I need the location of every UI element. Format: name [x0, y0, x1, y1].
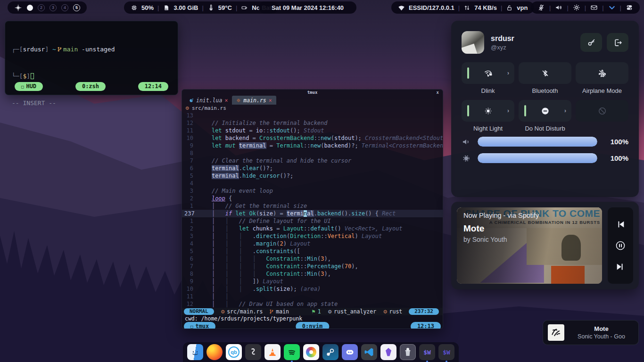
gear-icon[interactable]: [573, 4, 580, 11]
user-handle: @xyz: [491, 44, 514, 51]
chevron-right-icon[interactable]: ›: [507, 70, 509, 76]
code-line[interactable]: 7 │ │ │ │ Constraint::Percentage(70),: [182, 263, 443, 270]
code-line[interactable]: 6 │ │ │ │ Constraint::Min(3),: [182, 255, 443, 263]
shell-prompt-line2: └─[$]: [12, 72, 171, 81]
line-number: 4: [182, 180, 198, 187]
code-line[interactable]: 9 │ │ │ ]) Layout: [182, 278, 443, 285]
window-close-button[interactable]: x: [437, 90, 439, 96]
tmux-editor-window[interactable]: tmux x init.lua × main.rs × ⚙ src/main.r…: [182, 89, 443, 329]
code-line[interactable]: 8 │ │ │ │ Constraint::Min(3),: [182, 270, 443, 278]
line-number: 9: [182, 142, 198, 149]
code-line[interactable]: 2 loop {: [182, 195, 443, 202]
workspace-4[interactable]: 4: [61, 4, 68, 11]
next-track-button[interactable]: [614, 261, 627, 273]
code-line[interactable]: 6 terminal.clear()?;: [182, 165, 443, 172]
dock-obs[interactable]: [245, 344, 261, 362]
clock: Sat 09 Mar 2024 12:16:40: [259, 1, 356, 14]
dock-app-sw-2[interactable]: $W: [438, 344, 454, 362]
code-line[interactable]: 1 │ // Get the terminal size: [182, 202, 443, 210]
volume-slider[interactable]: [478, 137, 597, 147]
code-line[interactable]: 10 │ │ │ .split(size); (area): [182, 285, 443, 293]
tab-main-rs[interactable]: main.rs ×: [232, 96, 276, 105]
dock-qbittorrent[interactable]: qb: [226, 344, 242, 362]
tab-init-lua[interactable]: init.lua ×: [185, 96, 232, 105]
dock-app-sw-1[interactable]: $W: [419, 344, 435, 362]
code-line[interactable]: 3 │ │ │ .direction(Direction::Vertical) …: [182, 232, 443, 240]
tmux-window-nvim[interactable]: 0:nvim: [296, 322, 329, 329]
tmux-session-hud[interactable]: □HUD: [15, 82, 43, 91]
code-text: │ │ │ │ Constraint::Min(3),: [198, 270, 443, 278]
tile-do-not-disturb[interactable]: ›: [519, 100, 571, 122]
code-line[interactable]: 5 │ │ │ .constraints([: [182, 247, 443, 255]
tile-active-indicator: [524, 105, 526, 116]
chevron-right-icon[interactable]: ›: [507, 107, 509, 114]
code-line[interactable]: 10 let backend = CrosstermBackend::new(s…: [182, 134, 443, 142]
dock-trash[interactable]: [400, 344, 416, 362]
dock-photos[interactable]: [303, 344, 319, 362]
line-number: 12: [182, 119, 198, 127]
sun-icon: [484, 107, 493, 115]
trash-icon: [400, 344, 416, 360]
dock-obsidian[interactable]: [380, 344, 396, 362]
code-line[interactable]: 11 let stdout = io::stdout(); Stdout: [182, 127, 443, 134]
dock-spotify[interactable]: [284, 344, 300, 362]
dock-files[interactable]: [187, 344, 203, 362]
mic-muted-icon[interactable]: [537, 4, 545, 11]
chevron-down-icon[interactable]: [608, 4, 616, 11]
toggles-icon[interactable]: [626, 4, 633, 11]
launcher-star-icon[interactable]: [14, 4, 22, 12]
dock-vlc[interactable]: [264, 344, 281, 362]
code-text: │ // Get the terminal size: [198, 202, 443, 210]
tile-active-indicator: [467, 105, 469, 116]
tile-airplane-mode[interactable]: [576, 62, 628, 84]
code-line[interactable]: 12 │ │ // Draw UI based on app state: [182, 300, 443, 308]
code-line[interactable]: 1 │ │ // Define layout for the UI: [182, 217, 443, 225]
essid: ESSID/127.0.0.1: [409, 4, 454, 11]
wifi-lock-icon: [484, 69, 493, 78]
code-line[interactable]: 3 // Main event loop: [182, 187, 443, 195]
dock-vscode[interactable]: [361, 344, 377, 362]
workspace-1-active[interactable]: [27, 5, 33, 11]
code-line[interactable]: 4: [182, 180, 443, 187]
brightness-slider[interactable]: [478, 153, 597, 163]
git-branch-icon: [269, 309, 274, 314]
code-line[interactable]: 4 │ │ │ .margin(2) Layout: [182, 240, 443, 247]
pause-button[interactable]: [614, 239, 627, 252]
code-line[interactable]: 12 // Initialize the terminal backend: [182, 119, 443, 127]
code-editor[interactable]: 1312 // Initialize the terminal backend1…: [182, 112, 443, 308]
spotify-icon: [284, 344, 300, 360]
lock-key-button[interactable]: [580, 33, 602, 52]
code-line[interactable]: 13: [182, 112, 443, 119]
workspace-5[interactable]: 5: [73, 4, 80, 11]
code-line-current[interactable]: 237 │ if let Ok(size) = terminal.backend…: [182, 210, 443, 217]
album-art[interactable]: SHAPE OF PUNK TO COME A CHIMERICAL BOMBI…: [457, 207, 602, 284]
tab-close-icon[interactable]: ×: [224, 97, 228, 104]
code-line[interactable]: 8: [182, 149, 443, 157]
dock-firefox[interactable]: [206, 344, 223, 362]
workspace-2[interactable]: 2: [38, 4, 45, 11]
notification-toast[interactable]: Mote Sonic Youth - Goo: [543, 320, 639, 345]
code-line[interactable]: 7 // Clear the terminal and hide the cur…: [182, 157, 443, 165]
tmux-window-zsh[interactable]: 0:zsh: [75, 82, 106, 91]
dock-discord[interactable]: [342, 344, 358, 362]
tile-cell-wifi: ›Dlink: [462, 62, 514, 94]
chevron-right-icon[interactable]: ›: [564, 107, 566, 114]
logout-button[interactable]: [607, 33, 628, 52]
workspace-3[interactable]: 3: [50, 4, 57, 11]
hud-terminal-window[interactable]: ┌─[srdusr] ~main -unstaged └─[$] -- INSE…: [5, 21, 178, 95]
tile-blocked[interactable]: [576, 100, 628, 122]
tmux-session-name[interactable]: □tmux: [184, 322, 215, 329]
speaker-icon[interactable]: [555, 4, 562, 11]
code-line[interactable]: 2 │ │ let chunks = Layout::default() Vec…: [182, 225, 443, 232]
code-line[interactable]: 5 terminal.hide_cursor()?;: [182, 172, 443, 180]
previous-track-button[interactable]: [614, 218, 627, 230]
mail-icon[interactable]: [590, 4, 598, 11]
code-line[interactable]: 9 let mut terminal = Terminal::new(backe…: [182, 142, 443, 149]
dock-steam[interactable]: [322, 344, 339, 362]
line-number: 7: [182, 263, 198, 270]
tile-bluetooth[interactable]: [519, 62, 571, 84]
tile-night-light[interactable]: ›: [462, 100, 514, 122]
tab-close-icon[interactable]: ×: [269, 97, 272, 104]
code-line[interactable]: 11 │ │: [182, 293, 443, 300]
tile-wifi[interactable]: ›: [462, 62, 514, 84]
